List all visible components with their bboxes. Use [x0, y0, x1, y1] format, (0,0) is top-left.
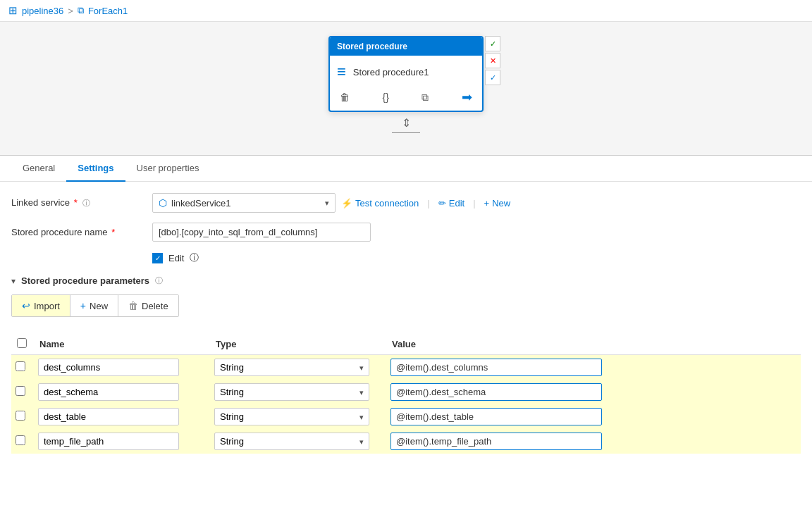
- params-toolbar: ↩ Import + New 🗑 Delete: [11, 294, 179, 317]
- dropdown-chevron-icon: ▾: [325, 199, 329, 208]
- tabs-bar: General Settings User properties: [0, 156, 812, 182]
- resize-handle[interactable]: ⇕: [392, 116, 420, 133]
- settings-panel: Linked service * ⓘ ⬡ linkedService1 ▾ ⚡ …: [0, 182, 812, 510]
- delete-icon: 🗑: [128, 300, 138, 311]
- param-value-input-0[interactable]: [390, 359, 602, 376]
- sp-params-info-icon[interactable]: ⓘ: [155, 275, 163, 286]
- linked-service-icon: ⬡: [159, 197, 167, 209]
- param-value-input-3[interactable]: [390, 433, 602, 450]
- params-table-body: String Int32 Int64 DateTime Boolean Deci…: [11, 355, 801, 454]
- success-action-btn[interactable]: ✓: [485, 36, 500, 51]
- edit-info-icon[interactable]: ⓘ: [190, 251, 199, 264]
- linked-service-select[interactable]: ⬡ linkedService1 ▾: [152, 193, 336, 213]
- plus-icon: +: [484, 198, 490, 209]
- sp-params-section-header[interactable]: ▾ Stored procedure parameters ⓘ: [11, 275, 801, 286]
- sp-card-icon: ≡: [337, 63, 346, 81]
- breadcrumb: ⊞ pipeline36 > ⧉ ForEach1: [0, 0, 812, 22]
- activity-card-actions: ✓ ✕ ✓: [485, 36, 500, 85]
- param-name-input-3[interactable]: [38, 433, 179, 450]
- param-type-select-1[interactable]: String Int32 Int64 DateTime Boolean Deci…: [214, 383, 369, 401]
- breadcrumb-separator: >: [68, 6, 73, 16]
- delete-tool-button[interactable]: 🗑: [337, 90, 352, 104]
- linked-service-label: Linked service * ⓘ: [11, 193, 152, 209]
- delete-param-button[interactable]: 🗑 Delete: [118, 295, 178, 316]
- param-value-input-1[interactable]: [390, 383, 602, 401]
- col-header-name: Name: [34, 334, 210, 355]
- param-value-input-2[interactable]: [390, 408, 602, 425]
- linked-service-actions: ⚡ Test connection | ✏ Edit | + New: [341, 198, 510, 209]
- sp-name-row: Stored procedure name *: [11, 223, 801, 242]
- table-row: String Int32 Int64 DateTime Boolean Deci…: [11, 429, 801, 454]
- params-toolbar-wrapper: ↩ Import + New 🗑 Delete: [11, 294, 801, 325]
- row-checkbox-2[interactable]: [16, 411, 25, 421]
- complete-action-btn[interactable]: ✓: [485, 70, 500, 85]
- param-name-input-2[interactable]: [38, 408, 179, 425]
- new-link[interactable]: + New: [484, 198, 511, 209]
- params-table: Name Type Value String Int32 Int64 DateT…: [11, 334, 801, 454]
- params-tool-button[interactable]: {}: [380, 90, 392, 104]
- col-header-type: Type: [210, 334, 386, 355]
- table-row: String Int32 Int64 DateTime Boolean Deci…: [11, 355, 801, 380]
- select-all-checkbox[interactable]: [17, 338, 27, 348]
- param-name-input-0[interactable]: [38, 359, 179, 376]
- activity-card-header: Stored procedure: [330, 37, 482, 56]
- edit-icon: ✏: [438, 198, 446, 209]
- row-checkbox-3[interactable]: [16, 435, 25, 445]
- tab-general[interactable]: General: [11, 156, 66, 182]
- new-icon: +: [80, 300, 86, 311]
- param-type-select-0[interactable]: String Int32 Int64 DateTime Boolean Deci…: [214, 359, 369, 376]
- param-type-select-2[interactable]: String Int32 Int64 DateTime Boolean Deci…: [214, 408, 369, 425]
- pipeline-icon: ⊞: [8, 4, 18, 17]
- row-checkbox-1[interactable]: [16, 386, 25, 396]
- canvas-area: Stored procedure ≡ Stored procedure1 🗑 {…: [0, 22, 812, 156]
- edit-checkbox-row: ✓ Edit ⓘ: [152, 251, 801, 264]
- row-checkbox-0[interactable]: [16, 361, 25, 371]
- tab-settings[interactable]: Settings: [66, 156, 125, 182]
- col-header-value: Value: [386, 334, 801, 355]
- copy-tool-button[interactable]: ⧉: [419, 90, 431, 105]
- edit-label: Edit: [168, 253, 184, 263]
- chevron-down-icon: ▾: [11, 276, 16, 286]
- foreach-label[interactable]: ForEach1: [88, 6, 128, 16]
- test-connection-icon: ⚡: [341, 198, 352, 209]
- sp-name-label: Stored procedure name *: [11, 223, 152, 237]
- sp-name-input[interactable]: [152, 223, 371, 242]
- table-row: String Int32 Int64 DateTime Boolean Deci…: [11, 380, 801, 404]
- pipeline-label[interactable]: pipeline36: [22, 6, 63, 16]
- edit-link[interactable]: ✏ Edit: [438, 198, 465, 209]
- table-row: String Int32 Int64 DateTime Boolean Deci…: [11, 404, 801, 429]
- arrow-tool-button[interactable]: ➡: [459, 88, 475, 106]
- linked-service-info-icon[interactable]: ⓘ: [82, 199, 90, 207]
- activity-card-name: Stored procedure1: [353, 67, 429, 77]
- new-param-button[interactable]: + New: [70, 295, 118, 316]
- fail-action-btn[interactable]: ✕: [485, 53, 500, 68]
- sp-params-title: Stored procedure parameters: [21, 275, 149, 286]
- import-button[interactable]: ↩ Import: [12, 295, 70, 316]
- foreach-icon: ⧉: [78, 5, 84, 16]
- import-icon: ↩: [22, 300, 30, 311]
- param-type-select-3[interactable]: String Int32 Int64 DateTime Boolean Deci…: [214, 433, 369, 450]
- edit-checkbox[interactable]: ✓: [152, 253, 163, 263]
- param-name-input-1[interactable]: [38, 383, 179, 401]
- linked-service-row: Linked service * ⓘ ⬡ linkedService1 ▾ ⚡ …: [11, 193, 801, 213]
- test-connection-link[interactable]: ⚡ Test connection: [341, 198, 419, 209]
- tab-user-properties[interactable]: User properties: [125, 156, 211, 182]
- linked-service-value: linkedService1: [171, 198, 231, 209]
- activity-card[interactable]: Stored procedure ≡ Stored procedure1 🗑 {…: [328, 36, 484, 112]
